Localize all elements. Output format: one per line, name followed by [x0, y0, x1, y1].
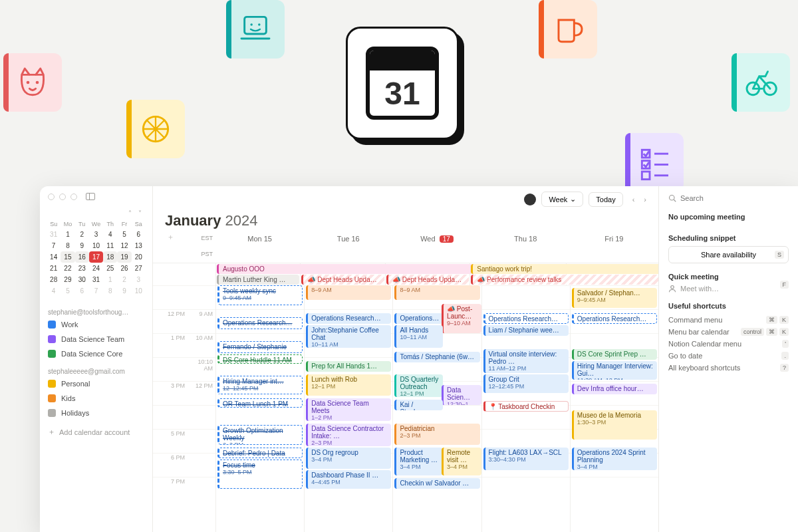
day-header[interactable]: Fri 19 — [570, 232, 658, 245]
calendar-event[interactable]: DS Org regroup3–4 PM — [306, 448, 391, 469]
meet-with-input[interactable]: Meet with… F — [668, 285, 789, 293]
traffic-zoom[interactable] — [70, 194, 77, 200]
calendar-event[interactable]: Data Science Team Meets1–2 PM — [306, 398, 391, 421]
add-event-icon[interactable]: ＋ — [153, 232, 188, 245]
calendar-event[interactable]: OR Team Lunch 1 PM — [217, 398, 303, 408]
calendar-event[interactable]: Operations… — [394, 313, 443, 324]
toggle-sidebar-icon[interactable] — [86, 193, 95, 200]
calendar-event[interactable]: Hiring Manager Interview: Gui…11:30 AM–1… — [572, 361, 657, 380]
calendar-toggle[interactable]: Holidays — [40, 406, 152, 420]
calendar-event[interactable]: Tomás / Stephanie (6w… — [394, 352, 479, 362]
calendar-event[interactable]: DS Core Sprint Prep … — [572, 349, 657, 360]
avatar[interactable] — [524, 194, 536, 205]
mini-day[interactable]: 7 — [89, 285, 103, 297]
next-week-icon[interactable]: › — [640, 193, 650, 206]
mini-day[interactable]: 7 — [47, 240, 61, 251]
allday-event[interactable]: 📣 Performance review talks — [471, 275, 658, 285]
mini-day[interactable]: 5 — [117, 229, 131, 240]
calendar-event[interactable]: Operations Research… — [217, 317, 303, 329]
calendar-event[interactable]: Pediatrician2–3 PM — [394, 424, 479, 445]
mini-day[interactable]: 3 — [89, 229, 103, 240]
calendar-event[interactable]: Liam / Stephanie wee… — [483, 325, 569, 336]
mini-day[interactable]: 10 — [89, 240, 103, 251]
allday-event[interactable]: 📣 Dept Heads Upda… — [301, 275, 384, 285]
allday-event[interactable]: 📣 Dept Heads Upda… — [386, 275, 469, 285]
calendar-event[interactable]: DS Quarterly Outreach12–1 PM — [394, 374, 443, 397]
mini-day[interactable]: 6 — [132, 229, 146, 240]
calendar-event[interactable]: Checkin w/ Salvador … — [394, 478, 479, 489]
traffic-minimize[interactable] — [59, 194, 66, 200]
calendar-event[interactable]: Operations 2024 Sprint Planning3–4 PM — [572, 448, 657, 470]
calendar-event[interactable]: 8–9 AM — [306, 285, 391, 300]
mini-day[interactable]: 13 — [132, 240, 146, 251]
mini-day[interactable]: 27 — [132, 263, 146, 274]
share-availability-button[interactable]: Share availability S — [668, 246, 789, 263]
mini-next-icon[interactable]: ˅ — [138, 209, 142, 217]
view-picker[interactable]: Week ⌄ — [541, 192, 583, 207]
mini-day[interactable]: 31 — [47, 229, 61, 240]
calendar-toggle[interactable]: Data Science Core — [40, 346, 152, 361]
day-header[interactable]: Wed 17 — [392, 232, 481, 245]
search-box[interactable] — [668, 193, 789, 203]
prev-week-icon[interactable]: ‹ — [628, 193, 639, 206]
calendar-toggle[interactable]: Data Science Team — [40, 332, 152, 346]
mini-day[interactable]: 4 — [103, 229, 117, 240]
mini-day[interactable]: 8 — [61, 240, 74, 251]
allday-event[interactable]: Santiago work trip! — [471, 264, 658, 274]
calendar-event[interactable]: Operations Research… — [306, 313, 391, 324]
calendar-event[interactable]: DS Core Huddle 11 AM — [217, 354, 303, 364]
mini-day[interactable]: 3 — [132, 274, 146, 285]
mini-day[interactable]: 29 — [61, 274, 74, 285]
mini-day[interactable]: 30 — [75, 274, 89, 285]
mini-day[interactable]: 2 — [117, 274, 131, 285]
calendar-event[interactable]: John:Stephanie Coffee Chat10–11 AM — [306, 325, 391, 348]
calendar-event[interactable]: Museo de la Memoria1:30–3 PM — [572, 410, 657, 440]
mini-day[interactable]: 19 — [117, 251, 131, 263]
calendar-event[interactable]: Operations Research… — [572, 313, 657, 324]
add-calendar-account[interactable]: ＋ Add calendar account — [40, 420, 152, 444]
calendar-event[interactable]: Salvador / Stephan…9–9:45 AM — [572, 288, 657, 308]
calendar-event[interactable]: Virtual onsite interview: Pedro …11 AM–1… — [483, 349, 569, 373]
mini-day[interactable]: 8 — [103, 285, 117, 297]
today-button[interactable]: Today — [589, 192, 622, 207]
calendar-event[interactable]: 📍 Taskboard Checkin — [483, 401, 569, 412]
calendar-event[interactable]: Operations Research… — [483, 313, 569, 324]
calendar-event[interactable]: Flight: LA603 LAX→SCL3:30–4:30 PM — [483, 448, 569, 470]
calendar-event[interactable]: Data Scien…12:30–1… — [442, 385, 481, 405]
calendar-event[interactable]: Dashboard Phase II …4–4:45 PM — [306, 470, 391, 489]
mini-day[interactable]: 10 — [132, 285, 146, 297]
calendar-event[interactable]: 📣 Post-Launc…9–10 AM — [442, 304, 481, 333]
calendar-event[interactable]: Group Crit12–12:45 PM — [483, 374, 569, 393]
mini-day[interactable]: 24 — [89, 263, 103, 274]
calendar-event[interactable]: Lunch with Rob12–1 PM — [306, 374, 391, 396]
calendar-event[interactable]: 8–9 AM — [394, 285, 479, 300]
mini-day[interactable]: 16 — [75, 251, 89, 263]
mini-day[interactable]: 20 — [132, 251, 146, 263]
mini-day[interactable]: 1 — [61, 229, 74, 240]
mini-day[interactable]: 25 — [103, 263, 117, 274]
mini-day[interactable]: 12 — [117, 240, 131, 251]
mini-day[interactable]: 17 — [89, 251, 103, 263]
traffic-close[interactable] — [48, 194, 55, 200]
day-header[interactable]: Thu 18 — [481, 232, 570, 245]
mini-day[interactable]: 9 — [117, 285, 131, 297]
mini-day[interactable]: 22 — [61, 263, 74, 274]
shortcut-row[interactable]: Command menu⌘K — [668, 314, 789, 326]
mini-day[interactable]: 23 — [75, 263, 89, 274]
mini-day[interactable]: 26 — [117, 263, 131, 274]
mini-prev-icon[interactable]: ˄ — [128, 209, 132, 217]
calendar-event[interactable]: Remote visit …3–4 PM — [442, 448, 481, 475]
calendar-toggle[interactable]: Work — [40, 317, 152, 332]
calendar-event[interactable]: Focus time3:30–5 PM — [217, 460, 303, 489]
calendar-event[interactable]: All Hands10–11 AM — [394, 325, 443, 348]
time-grid[interactable]: 12 PM1 PM3 PM5 PM6 PM7 PM 9 AM10 AM10:10… — [153, 285, 658, 532]
mini-day[interactable]: 11 — [103, 240, 117, 251]
day-header[interactable]: Tue 16 — [304, 232, 392, 245]
allday-event[interactable]: Martin Luther King … — [217, 275, 299, 285]
search-input[interactable] — [680, 194, 789, 202]
calendar-event[interactable]: Tools weekly sync9–9:45 AM — [217, 285, 303, 305]
calendar-event[interactable]: Debrief: Pedro | Data — [217, 448, 303, 458]
calendar-event[interactable]: Product Marketing …3–4 PM — [394, 448, 443, 475]
calendar-event[interactable]: Growth Optimization Weekly2–3 PM — [217, 425, 303, 445]
shortcut-row[interactable]: All keyboard shortcuts? — [668, 362, 789, 374]
